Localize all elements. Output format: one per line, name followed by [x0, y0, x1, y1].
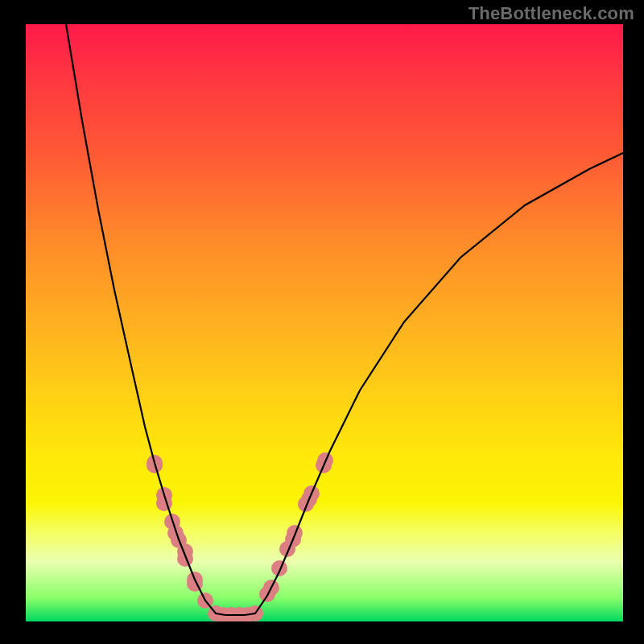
markers-layer — [147, 452, 333, 621]
watermark-text: TheBottleneck.com — [469, 3, 634, 24]
plot-area — [26, 24, 623, 621]
data-marker — [287, 525, 303, 541]
bottleneck-curve — [66, 24, 623, 615]
data-marker — [271, 560, 287, 576]
chart-svg — [26, 24, 623, 621]
chart-frame: TheBottleneck.com — [0, 0, 644, 644]
